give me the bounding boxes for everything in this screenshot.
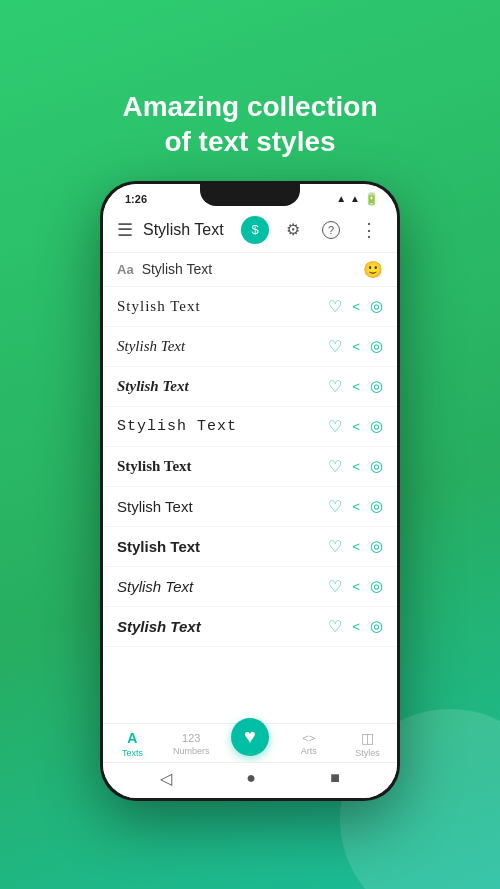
arts-icon: <>	[302, 732, 315, 744]
row-actions-9: ♡ < ◎	[328, 617, 383, 636]
share-icon-2[interactable]: <	[352, 339, 360, 354]
text-sample-5: Stylish Text	[117, 458, 328, 475]
share-icon-6[interactable]: <	[352, 499, 360, 514]
search-bar[interactable]: Aa Stylish Text 🙂	[103, 253, 397, 287]
like-icon-1[interactable]: ♡	[328, 297, 342, 316]
home-button[interactable]: ●	[246, 769, 256, 787]
text-row: Stylish Text ♡ < ◎	[103, 407, 397, 447]
help-icon: ?	[322, 221, 340, 239]
phone-nav: ◁ ● ■	[103, 762, 397, 798]
nav-item-styles[interactable]: ◫ Styles	[338, 730, 397, 758]
like-icon-7[interactable]: ♡	[328, 537, 342, 556]
emoji-icon[interactable]: 🙂	[363, 260, 383, 279]
app-bar: ☰ Stylish Text $ ⚙ ? ⋮	[103, 208, 397, 253]
texts-icon: A	[127, 730, 137, 746]
text-row: Stylish Text ♡ < ◎	[103, 607, 397, 647]
text-row: Stylish Text ♡ < ◎	[103, 367, 397, 407]
share-icon-5[interactable]: <	[352, 459, 360, 474]
like-icon-6[interactable]: ♡	[328, 497, 342, 516]
status-right-icons: ▲ ▲ 🔋	[336, 192, 379, 206]
like-icon-9[interactable]: ♡	[328, 617, 342, 636]
notch	[200, 184, 300, 206]
row-actions-3: ♡ < ◎	[328, 377, 383, 396]
whatsapp-icon-1[interactable]: ◎	[370, 297, 383, 315]
text-sample-4: Stylish Text	[117, 418, 328, 435]
text-row: Stylish Text ♡ < ◎	[103, 447, 397, 487]
row-actions-8: ♡ < ◎	[328, 577, 383, 596]
headline: Amazing collection of text styles	[102, 89, 397, 159]
whatsapp-icon-7[interactable]: ◎	[370, 537, 383, 555]
status-time: 1:26	[121, 193, 147, 205]
row-actions-7: ♡ < ◎	[328, 537, 383, 556]
headline-line1: Amazing collection	[122, 91, 377, 122]
nav-item-arts[interactable]: <> Arts	[279, 732, 338, 756]
arts-label: Arts	[301, 746, 317, 756]
text-sample-6: Stylish Text	[117, 498, 328, 515]
numbers-label: Numbers	[173, 746, 210, 756]
whatsapp-icon-3[interactable]: ◎	[370, 377, 383, 395]
share-icon-1[interactable]: <	[352, 299, 360, 314]
battery-icon: 🔋	[364, 192, 379, 206]
whatsapp-icon-4[interactable]: ◎	[370, 417, 383, 435]
share-icon-7[interactable]: <	[352, 539, 360, 554]
share-icon-8[interactable]: <	[352, 579, 360, 594]
row-actions-2: ♡ < ◎	[328, 337, 383, 356]
bottom-nav: A Texts 123 Numbers ♥ <> Arts ◫ Styles	[103, 723, 397, 762]
text-row: Stylish Text ♡ < ◎	[103, 567, 397, 607]
whatsapp-icon-8[interactable]: ◎	[370, 577, 383, 595]
text-sample-1: Stylish Text	[117, 298, 328, 315]
aa-label: Aa	[117, 262, 134, 277]
settings-icon: ⚙	[286, 220, 300, 239]
more-icon: ⋮	[360, 219, 378, 241]
whatsapp-icon-5[interactable]: ◎	[370, 457, 383, 475]
fab-button[interactable]: ♥	[231, 718, 269, 756]
share-icon-9[interactable]: <	[352, 619, 360, 634]
whatsapp-icon-2[interactable]: ◎	[370, 337, 383, 355]
back-button[interactable]: ◁	[160, 769, 172, 788]
whatsapp-icon-6[interactable]: ◎	[370, 497, 383, 515]
text-sample-8: Stylish Text	[117, 578, 328, 595]
like-icon-5[interactable]: ♡	[328, 457, 342, 476]
phone-shell: 1:26 ⊙ ▲ ▲ 🔋 ☰ Stylish Text $ ⚙ ?	[100, 181, 400, 801]
like-icon-8[interactable]: ♡	[328, 577, 342, 596]
text-row: Stylish Text ♡ < ◎	[103, 327, 397, 367]
search-input-text[interactable]: Stylish Text	[142, 261, 355, 277]
text-row: Stylish Text ♡ < ◎	[103, 527, 397, 567]
share-icon-4[interactable]: <	[352, 419, 360, 434]
share-icon-3[interactable]: <	[352, 379, 360, 394]
row-actions-5: ♡ < ◎	[328, 457, 383, 476]
help-button[interactable]: ?	[317, 216, 345, 244]
coins-icon: $	[251, 222, 258, 237]
text-sample-9: Stylish Text	[117, 618, 328, 635]
texts-label: Texts	[122, 748, 143, 758]
text-row: Stylish Text ♡ < ◎	[103, 487, 397, 527]
styles-label: Styles	[355, 748, 380, 758]
like-icon-2[interactable]: ♡	[328, 337, 342, 356]
like-icon-3[interactable]: ♡	[328, 377, 342, 396]
phone-screen: 1:26 ⊙ ▲ ▲ 🔋 ☰ Stylish Text $ ⚙ ?	[103, 184, 397, 798]
row-actions-6: ♡ < ◎	[328, 497, 383, 516]
status-bar: 1:26 ⊙ ▲ ▲ 🔋	[103, 184, 397, 208]
text-row: Stylish Text ♡ < ◎	[103, 287, 397, 327]
menu-icon[interactable]: ☰	[117, 219, 133, 241]
row-actions-4: ♡ < ◎	[328, 417, 383, 436]
nav-item-numbers[interactable]: 123 Numbers	[162, 732, 221, 756]
wifi-icon: ▲	[350, 193, 360, 204]
text-sample-7: Stylish Text	[117, 538, 328, 555]
whatsapp-icon-9[interactable]: ◎	[370, 617, 383, 635]
settings-button[interactable]: ⚙	[279, 216, 307, 244]
numbers-icon: 123	[182, 732, 200, 744]
nav-item-fab[interactable]: ♥	[221, 732, 280, 756]
signal-icon: ▲	[336, 193, 346, 204]
more-button[interactable]: ⋮	[355, 216, 383, 244]
headline-line2: of text styles	[164, 126, 335, 157]
app-bar-icons: $ ⚙ ? ⋮	[241, 216, 383, 244]
app-title: Stylish Text	[143, 221, 231, 239]
text-sample-3: Stylish Text	[117, 378, 328, 395]
row-actions-1: ♡ < ◎	[328, 297, 383, 316]
coins-button[interactable]: $	[241, 216, 269, 244]
like-icon-4[interactable]: ♡	[328, 417, 342, 436]
recent-button[interactable]: ■	[330, 769, 340, 787]
text-list: Stylish Text ♡ < ◎ Stylish Text ♡ < ◎ St…	[103, 287, 397, 723]
nav-item-texts[interactable]: A Texts	[103, 730, 162, 758]
